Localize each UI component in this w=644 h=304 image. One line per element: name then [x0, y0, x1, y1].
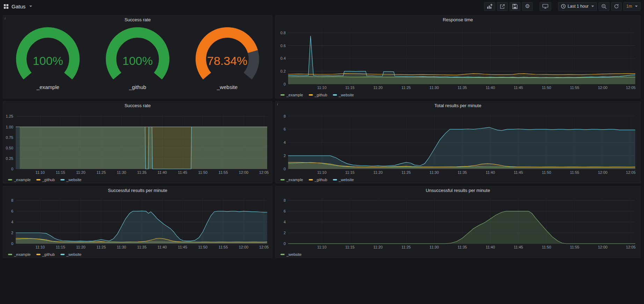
legend-swatch	[309, 94, 313, 96]
panel-title[interactable]: Total results per minute	[276, 102, 640, 110]
legend-swatch	[309, 179, 313, 180]
legend-swatch	[60, 254, 65, 255]
panel-unsuccessful-results: Unsuccessful results per minute 11:1011:…	[275, 186, 641, 258]
legend-label: _github	[42, 252, 55, 257]
panel-title[interactable]: Successful results per minute	[3, 186, 272, 195]
svg-text:11:35: 11:35	[137, 245, 147, 249]
svg-text:12:00: 12:00	[598, 245, 608, 249]
svg-text:11:15: 11:15	[56, 170, 65, 175]
svg-text:12:00: 12:00	[598, 170, 608, 175]
svg-text:0: 0	[284, 242, 286, 246]
legend-item[interactable]: _example	[8, 178, 31, 182]
gauge-website[interactable]: 78.34% _website	[184, 25, 271, 90]
time-range-button[interactable]: Last 1 hour	[558, 2, 597, 11]
svg-text:11:35: 11:35	[458, 170, 467, 175]
svg-text:11:45: 11:45	[514, 170, 523, 175]
legend-item[interactable]: _example	[8, 252, 31, 257]
legend-item[interactable]: _website	[60, 252, 81, 257]
legend-swatch	[60, 179, 65, 180]
save-button[interactable]	[510, 2, 520, 11]
legend-item[interactable]: _github	[36, 252, 55, 257]
legend: _example_github_website	[276, 177, 640, 183]
legend-swatch	[280, 179, 285, 180]
svg-text:11:30: 11:30	[117, 170, 126, 175]
gauge-group: 100% _example 100% _github 78.34% _websi…	[3, 24, 272, 98]
svg-text:11:15: 11:15	[345, 86, 355, 90]
svg-text:2: 2	[284, 154, 286, 158]
unsuccessful-results-chart[interactable]: 11:1011:1511:2011:2511:3011:3511:4011:45…	[276, 195, 640, 251]
refresh-button[interactable]	[611, 2, 622, 11]
svg-text:11:15: 11:15	[345, 170, 355, 175]
legend-label: _github	[315, 178, 327, 182]
successful-results-chart[interactable]: 11:1011:1511:2011:2511:3011:3511:4011:45…	[3, 195, 272, 251]
svg-text:12:05: 12:05	[259, 245, 269, 249]
svg-text:11:15: 11:15	[56, 245, 65, 249]
svg-text:11:10: 11:10	[317, 245, 327, 249]
gauge-example[interactable]: 100% _example	[4, 25, 92, 90]
legend-item[interactable]: _website	[60, 178, 81, 182]
panel-success-rate-graph: Success rate 11:1011:1511:2011:2511:3011…	[3, 101, 272, 183]
svg-text:0.6: 0.6	[280, 44, 286, 48]
legend-label: _example	[286, 178, 303, 182]
svg-text:11:50: 11:50	[542, 245, 551, 249]
legend: _example_github_website	[3, 177, 272, 183]
legend-label: _example	[286, 93, 303, 97]
svg-text:12:00: 12:00	[239, 245, 249, 249]
svg-text:11:55: 11:55	[219, 245, 228, 249]
svg-text:11:45: 11:45	[514, 86, 523, 90]
total-results-chart[interactable]: 11:1011:1511:2011:2511:3011:3511:4011:45…	[276, 110, 640, 177]
refresh-interval-label: 1m	[626, 4, 632, 9]
svg-text:0.8: 0.8	[280, 31, 286, 35]
gauge-label: _github	[94, 84, 181, 90]
svg-text:11:25: 11:25	[401, 86, 411, 90]
svg-text:11:55: 11:55	[570, 170, 579, 175]
legend-item[interactable]: _github	[36, 178, 55, 182]
zoom-out-button[interactable]	[599, 2, 609, 11]
legend: _website	[276, 251, 640, 258]
panel-info-icon[interactable]: i	[5, 16, 6, 20]
svg-text:11:50: 11:50	[542, 86, 551, 90]
settings-button[interactable]: ⚙	[522, 2, 533, 11]
legend-item[interactable]: _website	[280, 252, 301, 257]
panel-title[interactable]: Success rate	[3, 16, 272, 24]
dashboards-grid-icon[interactable]	[3, 4, 9, 9]
svg-text:0.4: 0.4	[280, 56, 286, 60]
svg-text:12:00: 12:00	[598, 86, 608, 90]
legend-label: _example	[14, 178, 31, 182]
legend-swatch	[36, 254, 41, 255]
svg-text:0.75: 0.75	[6, 135, 13, 140]
svg-text:4: 4	[284, 140, 286, 144]
svg-text:1.00: 1.00	[6, 125, 13, 129]
svg-text:12:05: 12:05	[626, 86, 636, 90]
panel-info-icon[interactable]: i	[277, 102, 278, 106]
legend-item[interactable]: _website	[333, 178, 354, 182]
svg-text:12:05: 12:05	[626, 245, 636, 249]
add-panel-button[interactable]	[484, 2, 495, 11]
refresh-interval-button[interactable]: 1m	[623, 2, 641, 11]
gear-icon: ⚙	[525, 3, 530, 9]
legend-item[interactable]: _github	[309, 93, 327, 97]
share-button[interactable]	[497, 2, 508, 11]
navbar: Gatus ⚙ Last 1 hour	[0, 0, 644, 13]
response-time-chart[interactable]: 11:1011:1511:2011:2511:3011:3511:4011:45…	[276, 24, 640, 92]
legend-item[interactable]: _github	[309, 178, 327, 182]
legend-item[interactable]: _website	[333, 93, 354, 97]
svg-text:4: 4	[11, 220, 13, 224]
svg-text:0: 0	[11, 167, 13, 171]
svg-text:11:45: 11:45	[514, 245, 523, 249]
tv-mode-button[interactable]	[540, 2, 551, 11]
success-rate-chart[interactable]: 11:1011:1511:2011:2511:3011:3511:4011:45…	[3, 110, 272, 177]
panel-title[interactable]: Response time	[276, 16, 640, 24]
svg-text:1.25: 1.25	[6, 114, 13, 118]
panel-total-results: i Total results per minute 11:1011:1511:…	[275, 101, 641, 183]
panel-title[interactable]: Unsuccessful results per minute	[276, 186, 640, 195]
panel-response-time: Response time 11:1011:1511:2011:2511:301…	[275, 15, 641, 98]
clock-icon	[561, 4, 566, 9]
panel-title[interactable]: Success rate	[3, 102, 272, 110]
gauge-github[interactable]: 100% _github	[94, 25, 181, 90]
dashboard-title[interactable]: Gatus	[12, 3, 25, 9]
chevron-down-icon	[591, 6, 594, 7]
legend-item[interactable]: _example	[280, 93, 303, 97]
svg-text:6: 6	[284, 127, 286, 131]
legend-item[interactable]: _example	[280, 178, 303, 182]
